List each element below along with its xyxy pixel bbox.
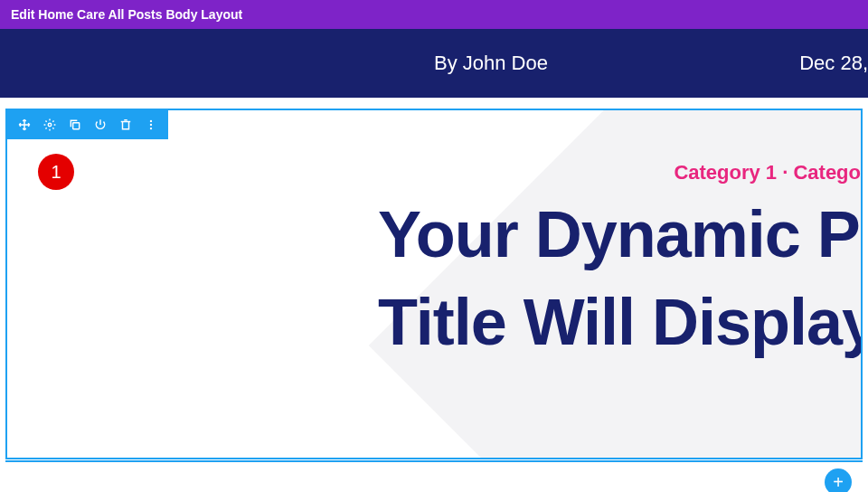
svg-point-4: [150, 128, 152, 129]
selected-section[interactable]: 1 Category 1 · Catego Your Dynamic P Tit…: [5, 109, 863, 459]
post-categories: Category 1 · Catego: [378, 161, 861, 184]
post-date: Dec 28,: [799, 52, 868, 75]
post-content: Category 1 · Catego Your Dynamic P Title…: [378, 161, 861, 360]
power-icon[interactable]: [94, 118, 107, 131]
svg-rect-1: [73, 123, 80, 129]
duplicate-icon[interactable]: [69, 118, 81, 131]
svg-point-2: [150, 120, 152, 122]
section-toolbar: [7, 110, 168, 139]
plus-icon: +: [833, 472, 844, 493]
post-title-line-2: Title Will Display: [378, 285, 861, 360]
section-bottom-border: [5, 460, 863, 462]
post-meta-band: By John Doe Dec 28,: [0, 29, 868, 98]
post-title-line-1: Your Dynamic P: [378, 197, 861, 272]
gear-icon[interactable]: [43, 118, 56, 131]
post-author: By John Doe: [434, 52, 548, 75]
editor-title: Edit Home Care All Posts Body Layout: [11, 7, 242, 22]
editor-top-bar: Edit Home Care All Posts Body Layout: [0, 0, 868, 29]
add-section-button[interactable]: +: [825, 468, 852, 492]
move-icon[interactable]: [18, 118, 31, 131]
step-badge: 1: [38, 154, 74, 190]
trash-icon[interactable]: [119, 118, 132, 131]
svg-point-3: [150, 124, 152, 126]
step-number: 1: [51, 162, 61, 183]
more-icon[interactable]: [145, 118, 157, 131]
svg-point-0: [48, 123, 52, 127]
